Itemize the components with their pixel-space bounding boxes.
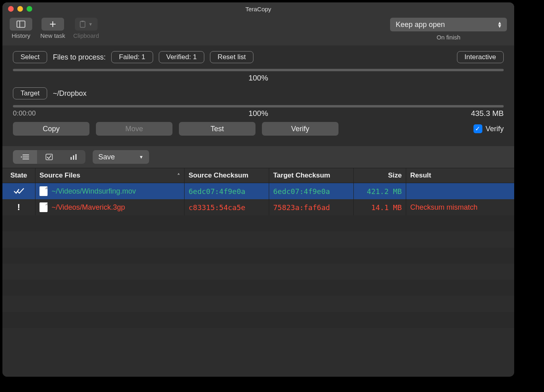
select-button[interactable]: Select [13,51,47,63]
verify-button[interactable]: Verify [262,122,338,136]
file-icon [39,186,48,196]
check-icon: ✓ [473,124,482,133]
copy-button[interactable]: Copy [13,122,89,136]
verify-check-label: Verify [486,125,504,133]
source-checksum: 6edc07:4f9e0a [185,183,269,199]
svg-rect-0 [17,21,25,27]
file-table: State Source Files ˄ Source Checksum Tar… [2,168,514,377]
toolbar: History New task ▼ Clipboard Keep app op… [2,15,514,45]
table-row [2,312,514,328]
interactive-button[interactable]: Interactive [457,51,504,63]
window-title: TeraCopy [2,6,514,12]
file-size: 421.2 MB [354,183,406,199]
reset-list-button[interactable]: Reset list [210,51,253,63]
save-button[interactable]: Save ▼ [93,150,149,164]
source-progress [13,69,504,71]
table-row [2,231,514,248]
test-button[interactable]: Test [179,122,255,136]
clipboard-label: Clipboard [73,32,99,39]
target-button[interactable]: Target [13,87,47,99]
chevron-down-icon: ▼ [139,155,143,159]
table-row[interactable]: ! ~/Videos/Maverick.3gp c83315:54ca5e 75… [2,199,514,215]
table-row [2,215,514,231]
stats-view-button[interactable] [61,150,85,164]
elapsed-time: 0:00:00 [13,109,176,118]
total-size: 435.3 MB [340,109,504,118]
svg-rect-4 [80,21,85,27]
col-result[interactable]: Result [406,168,514,183]
svg-rect-13 [75,154,77,160]
list-view-button[interactable] [13,150,37,164]
table-row [2,296,514,312]
col-size[interactable]: Size [354,168,406,183]
on-finish-select[interactable]: Keep app open ▲▼ [390,18,507,31]
table-row [2,248,514,264]
move-button[interactable]: Move [96,122,172,136]
file-icon [39,202,48,212]
chevron-down-icon: ▼ [88,22,93,27]
verified-button[interactable]: Verified: 1 [159,51,205,63]
view-segment [13,150,85,164]
titlebar: TeraCopy [2,2,514,15]
col-state[interactable]: State [2,168,35,183]
files-to-process-label: Files to process: [53,53,106,62]
on-finish-label: On finish [436,34,460,41]
file-path: ~/Videos/Windsurfing.mov [52,187,136,196]
state-error-icon: ! [2,199,35,215]
source-section: Select Files to process: Failed: 1 Verif… [2,45,514,86]
table-row [2,264,514,280]
col-source[interactable]: Source Files ˄ [35,168,185,183]
failed-button[interactable]: Failed: 1 [111,51,153,63]
verify-checkbox[interactable]: ✓ Verify [473,124,504,133]
view-bar: Save ▼ [2,146,514,168]
svg-rect-10 [46,154,52,160]
target-path: ~/Dropbox [53,89,87,98]
svg-rect-5 [81,21,84,22]
checklist-view-button[interactable] [37,150,61,164]
source-percent: 100% [13,74,504,83]
on-finish-value: Keep app open [396,21,445,29]
target-progress [13,105,504,107]
history-label: History [12,32,31,39]
table-row [2,280,514,296]
file-size: 14.1 MB [354,199,406,215]
svg-rect-11 [71,157,72,160]
svg-marker-9 [21,156,22,158]
target-checksum: 75823a:faf6ad [269,199,354,215]
new-task-button[interactable] [42,18,64,31]
result: Checksum mismatch [406,199,514,215]
clipboard-button: ▼ [75,18,98,31]
file-path: ~/Videos/Maverick.3gp [52,203,125,212]
target-section: Target ~/Dropbox 0:00:00 100% 435.3 MB C… [2,86,514,139]
new-task-label: New task [40,32,65,39]
col-target-checksum[interactable]: Target Checksum [269,168,354,183]
state-ok-icon [2,183,35,199]
svg-rect-12 [73,155,74,160]
target-checksum: 6edc07:4f9e0a [269,183,354,199]
table-header: State Source Files ˄ Source Checksum Tar… [2,168,514,183]
source-checksum: c83315:54ca5e [185,199,269,215]
target-percent: 100% [176,109,340,118]
save-label: Save [98,153,115,161]
col-source-checksum[interactable]: Source Checksum [185,168,269,183]
app-window: TeraCopy History New task ▼ Clipboard Ke… [2,2,514,377]
history-button[interactable] [10,18,32,31]
sort-asc-icon: ˄ [177,173,180,179]
result [406,183,514,199]
updown-icon: ▲▼ [497,21,502,28]
table-row[interactable]: ~/Videos/Windsurfing.mov 6edc07:4f9e0a 6… [2,183,514,199]
